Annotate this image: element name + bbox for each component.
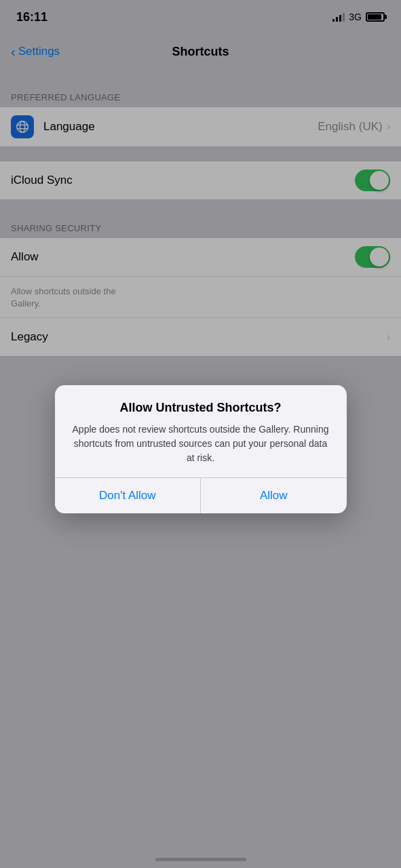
dont-allow-button[interactable]: Don't Allow: [55, 478, 202, 513]
alert-content: Allow Untrusted Shortcuts? Apple does no…: [55, 385, 347, 477]
alert-message: Apple does not review shortcuts outside …: [71, 422, 330, 465]
alert-buttons: Don't Allow Allow: [55, 477, 347, 513]
alert-dialog: Allow Untrusted Shortcuts? Apple does no…: [55, 385, 347, 513]
allow-button[interactable]: Allow: [201, 478, 347, 513]
alert-title: Allow Untrusted Shortcuts?: [71, 400, 330, 416]
